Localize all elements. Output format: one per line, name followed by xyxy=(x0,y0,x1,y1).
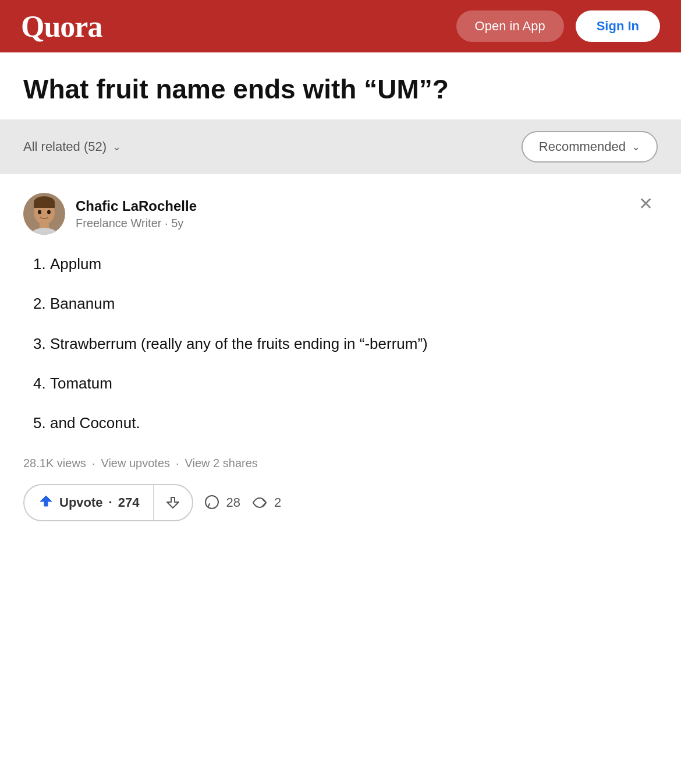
avatar xyxy=(23,193,65,235)
comment-count: 28 xyxy=(226,495,240,510)
comment-button[interactable]: 28 xyxy=(204,495,240,511)
comment-icon xyxy=(204,495,220,511)
list-item: Applum xyxy=(50,251,658,277)
upvote-label: Upvote xyxy=(59,495,103,510)
answer-time: 5y xyxy=(171,217,183,229)
svg-rect-5 xyxy=(34,202,55,208)
chevron-down-icon: ⌄ xyxy=(632,140,640,153)
list-item: Strawberrum (really any of the fruits en… xyxy=(50,331,658,356)
share-count: 2 xyxy=(274,495,281,510)
svg-point-8 xyxy=(205,496,218,508)
upvote-button-group: Upvote · 274 xyxy=(23,484,193,521)
stats-row: 28.1K views · View upvotes · View 2 shar… xyxy=(23,457,658,470)
author-details: Chafic LaRochelle Freelance Writer · 5y xyxy=(76,198,197,230)
all-related-filter[interactable]: All related (52) ⌄ xyxy=(23,139,121,154)
list-item: Tomatum xyxy=(50,370,658,396)
question-section: What fruit name ends with “UM”? xyxy=(0,52,681,119)
author-meta: Freelance Writer · 5y xyxy=(76,217,197,230)
answer-card: Chafic LaRochelle Freelance Writer · 5y … xyxy=(0,174,681,540)
list-item: and Coconut. xyxy=(50,410,658,436)
share-button[interactable]: 2 xyxy=(251,495,281,511)
upvote-button[interactable]: Upvote · 274 xyxy=(24,485,154,520)
open-in-app-button[interactable]: Open in App xyxy=(456,10,564,42)
views-count: 28.1K views xyxy=(23,457,86,470)
recommended-label: Recommended xyxy=(539,139,626,154)
answer-list: Applum Bananum Strawberrum (really any o… xyxy=(29,251,658,436)
author-info: Chafic LaRochelle Freelance Writer · 5y xyxy=(23,193,197,235)
close-button[interactable]: ✕ xyxy=(634,193,658,215)
view-upvotes-link[interactable]: View upvotes xyxy=(101,457,170,470)
action-row: Upvote · 274 28 xyxy=(23,484,658,521)
view-shares-link[interactable]: View 2 shares xyxy=(185,457,258,470)
downvote-button[interactable] xyxy=(154,487,192,518)
answer-header: Chafic LaRochelle Freelance Writer · 5y … xyxy=(23,193,658,235)
upvote-dot: · xyxy=(109,495,112,510)
header-actions: Open in App Sign In xyxy=(456,10,660,42)
sign-in-button[interactable]: Sign In xyxy=(576,10,660,42)
list-item: Bananum xyxy=(50,291,658,316)
site-header: Quora Open in App Sign In xyxy=(0,0,681,52)
svg-point-6 xyxy=(38,210,41,214)
all-related-label: All related (52) xyxy=(23,139,107,154)
author-title: Freelance Writer xyxy=(76,217,161,229)
recommended-filter[interactable]: Recommended ⌄ xyxy=(522,131,658,163)
site-logo: Quora xyxy=(21,9,102,44)
answer-content: Applum Bananum Strawberrum (really any o… xyxy=(23,251,658,436)
svg-point-7 xyxy=(47,210,51,214)
author-name[interactable]: Chafic LaRochelle xyxy=(76,198,197,214)
question-title: What fruit name ends with “UM”? xyxy=(23,73,658,105)
chevron-down-icon: ⌄ xyxy=(112,140,121,153)
filter-bar: All related (52) ⌄ Recommended ⌄ xyxy=(0,119,681,174)
share-icon xyxy=(251,495,268,511)
upvote-count: 274 xyxy=(118,495,140,510)
upvote-icon xyxy=(38,493,54,512)
